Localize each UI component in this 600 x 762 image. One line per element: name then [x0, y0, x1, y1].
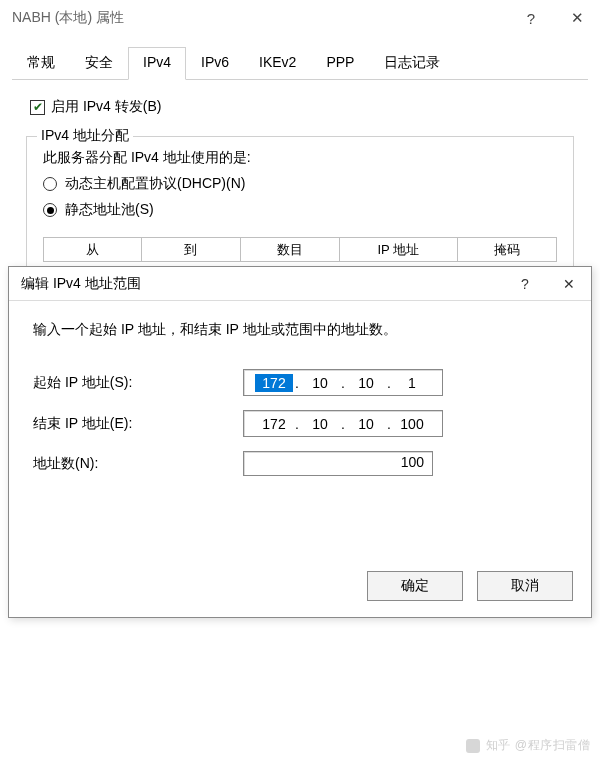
ipv4-assignment-group: IPv4 地址分配 此服务器分配 IPv4 地址使用的是: 动态主机配置协议(D… — [26, 136, 574, 281]
window-controls: ? ✕ — [508, 0, 600, 36]
dialog-message: 输入一个起始 IP 地址，和结束 IP 地址或范围中的地址数。 — [33, 321, 567, 339]
count-input[interactable]: 100 — [243, 451, 433, 476]
count-label: 地址数(N): — [33, 455, 243, 473]
dialog-help-button[interactable]: ? — [503, 267, 547, 301]
ip-octet[interactable]: 10 — [347, 374, 385, 392]
cancel-button[interactable]: 取消 — [477, 571, 573, 601]
ip-octet[interactable]: 1 — [393, 374, 431, 392]
radio-icon — [43, 203, 57, 217]
ok-button[interactable]: 确定 — [367, 571, 463, 601]
tab-ipv6[interactable]: IPv6 — [186, 47, 244, 80]
col-mask[interactable]: 掩码 — [458, 238, 557, 262]
address-pool-headers: 从 到 数目 IP 地址 掩码 — [43, 237, 557, 262]
ip-octet[interactable]: 10 — [347, 415, 385, 433]
end-ip-label: 结束 IP 地址(E): — [33, 415, 243, 433]
dialog-button-row: 确定 取消 — [367, 571, 573, 601]
ip-octet[interactable]: 172 — [255, 374, 293, 392]
col-count[interactable]: 数目 — [241, 238, 340, 262]
enable-ipv4-forward-row[interactable]: ✔ 启用 IPv4 转发(B) — [30, 98, 576, 116]
col-from[interactable]: 从 — [43, 238, 142, 262]
tab-ipv4[interactable]: IPv4 — [128, 47, 186, 80]
enable-ipv4-forward-label: 启用 IPv4 转发(B) — [51, 98, 161, 116]
start-ip-input[interactable]: 172. 10. 10. 1 — [243, 369, 443, 396]
dialog-controls: ? ✕ — [503, 267, 591, 301]
ip-octet[interactable]: 10 — [301, 374, 339, 392]
ip-octet[interactable]: 10 — [301, 415, 339, 433]
start-ip-label: 起始 IP 地址(S): — [33, 374, 243, 392]
ip-octet[interactable]: 172 — [255, 415, 293, 433]
tab-ppp[interactable]: PPP — [311, 47, 369, 80]
start-ip-row: 起始 IP 地址(S): 172. 10. 10. 1 — [33, 369, 567, 396]
dialog-titlebar: 编辑 IPv4 地址范围 ? ✕ — [9, 267, 591, 301]
tab-security[interactable]: 安全 — [70, 47, 128, 80]
checkbox-icon: ✔ — [30, 100, 45, 115]
count-row: 地址数(N): 100 — [33, 451, 567, 476]
radio-dhcp-row[interactable]: 动态主机配置协议(DHCP)(N) — [43, 175, 557, 193]
radio-static-label: 静态地址池(S) — [65, 201, 154, 219]
watermark-text: 知乎 @程序扫雷僧 — [486, 737, 590, 754]
help-button[interactable]: ? — [508, 0, 554, 36]
col-ip[interactable]: IP 地址 — [340, 238, 459, 262]
end-ip-row: 结束 IP 地址(E): 172. 10. 10. 100 — [33, 410, 567, 437]
close-button[interactable]: ✕ — [554, 0, 600, 36]
tab-ikev2[interactable]: IKEv2 — [244, 47, 311, 80]
radio-icon — [43, 177, 57, 191]
watermark: 知乎 @程序扫雷僧 — [466, 737, 590, 754]
group-legend: IPv4 地址分配 — [37, 127, 133, 145]
group-subtitle: 此服务器分配 IPv4 地址使用的是: — [43, 149, 557, 167]
ipv4-tab-panel: ✔ 启用 IPv4 转发(B) IPv4 地址分配 此服务器分配 IPv4 地址… — [12, 80, 588, 281]
end-ip-input[interactable]: 172. 10. 10. 100 — [243, 410, 443, 437]
dialog-title: 编辑 IPv4 地址范围 — [21, 275, 141, 293]
window-titlebar: NABH (本地) 属性 ? ✕ — [0, 0, 600, 36]
dialog-close-button[interactable]: ✕ — [547, 267, 591, 301]
radio-static-row[interactable]: 静态地址池(S) — [43, 201, 557, 219]
col-to[interactable]: 到 — [142, 238, 241, 262]
ip-octet[interactable]: 100 — [393, 415, 431, 433]
dialog-body: 输入一个起始 IP 地址，和结束 IP 地址或范围中的地址数。 起始 IP 地址… — [9, 301, 591, 502]
zhihu-icon — [466, 739, 480, 753]
tab-general[interactable]: 常规 — [12, 47, 70, 80]
radio-dhcp-label: 动态主机配置协议(DHCP)(N) — [65, 175, 245, 193]
tab-strip: 常规 安全 IPv4 IPv6 IKEv2 PPP 日志记录 — [12, 46, 588, 80]
tab-log[interactable]: 日志记录 — [369, 47, 455, 80]
window-title: NABH (本地) 属性 — [12, 9, 124, 27]
edit-ipv4-range-dialog: 编辑 IPv4 地址范围 ? ✕ 输入一个起始 IP 地址，和结束 IP 地址或… — [8, 266, 592, 618]
